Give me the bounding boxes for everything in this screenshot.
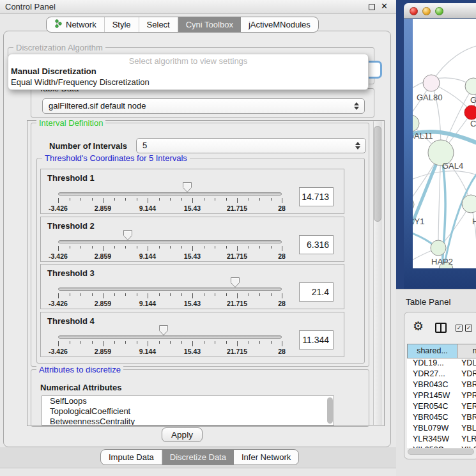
checkbox-icon[interactable]: ✓	[465, 325, 472, 332]
tab-label: Network	[66, 20, 96, 29]
network-node[interactable]	[413, 115, 419, 132]
numerical-attributes-list[interactable]: SelfLoopsTopologicalCoefficientBetweenne…	[42, 395, 334, 426]
table-cell-shared-name: YPR145W	[407, 391, 457, 402]
table-row[interactable]: YBR043CYBR0	[407, 380, 476, 391]
checkbox-icon[interactable]: ✓	[456, 325, 463, 332]
slider-thumb[interactable]	[123, 229, 133, 241]
horizontal-scrollbar-thumb[interactable]	[408, 449, 474, 455]
network-node[interactable]	[464, 105, 476, 119]
tab-infer-network[interactable]: Infer Network	[234, 450, 298, 464]
tick-label: 28	[278, 204, 286, 212]
attribute-list-item[interactable]: SelfLoops	[42, 396, 334, 406]
table-row[interactable]: YLR345WYLR3	[407, 434, 476, 445]
threshold-panel: Threshold 2-3.4262.8599.14415.4321.71528…	[40, 217, 344, 262]
tick-mark	[58, 246, 59, 251]
tab-cyni-toolbox[interactable]: Cyni Toolbox	[178, 17, 241, 32]
threshold-slider[interactable]: -3.4262.8599.14415.4321.71528	[58, 265, 282, 310]
tick-mark	[249, 341, 249, 344]
gear-icon[interactable]: ⚙	[413, 320, 424, 333]
network-canvas[interactable]: GAL80GCGAL11GAL4GCY1HHAP2	[413, 19, 476, 268]
tab-select[interactable]: Select	[139, 17, 178, 32]
table-row[interactable]: YBR045CYBR0	[407, 413, 476, 424]
list-scrollbar-thumb[interactable]	[327, 397, 333, 424]
minimize-traffic-light-icon[interactable]	[422, 7, 431, 15]
threshold-value-field[interactable]: 6.316	[299, 235, 334, 254]
network-node[interactable]	[413, 197, 414, 211]
apply-button[interactable]: Apply	[162, 427, 203, 442]
slider-track[interactable]	[58, 192, 282, 196]
table-row[interactable]: YER054CYER0	[407, 402, 476, 413]
tick-mark	[70, 341, 70, 344]
tick-mark	[92, 341, 93, 344]
tick-mark	[271, 246, 272, 249]
table-columns-icon[interactable]	[435, 323, 447, 333]
slider-track[interactable]	[58, 335, 282, 339]
tick-mark	[114, 198, 115, 201]
attribute-list-item[interactable]: TopologicalCoefficient	[42, 406, 334, 417]
network-node[interactable]	[431, 240, 446, 256]
table-panel-card: ⚙ ✓ ✓ shared... na YDL19...YDL1YDR27...Y…	[404, 312, 476, 459]
threshold-value-field[interactable]: 21.4	[299, 282, 334, 302]
network-node[interactable]	[465, 78, 476, 95]
threshold-slider[interactable]: -3.4262.8599.14415.4321.71528	[58, 169, 282, 215]
tab-impute-data[interactable]: Impute Data	[101, 450, 162, 464]
slider-thumb[interactable]	[230, 277, 240, 288]
tab-network[interactable]: Network	[47, 17, 105, 32]
tab-style[interactable]: Style	[105, 17, 139, 32]
threshold-panel: Threshold 4-3.4262.8599.14415.4321.71528…	[40, 312, 344, 357]
spinner-arrows-icon[interactable]	[354, 102, 359, 110]
network-window: GAL80GCGAL11GAL4GCY1HHAP2	[404, 3, 476, 289]
number-of-intervals-combobox[interactable]: 5	[136, 138, 366, 153]
algorithm-option-equal-width[interactable]: Equal Width/Frequency Discretization	[10, 77, 366, 87]
tab-discretize-data[interactable]: Discretize Data	[162, 450, 234, 464]
top-tab-bar: NetworkStyleSelectCyni ToolboxjActiveMNo…	[46, 17, 319, 33]
table-data-combobox[interactable]: galFiltered.sif default node	[42, 98, 365, 114]
close-traffic-light-icon[interactable]	[410, 7, 418, 15]
attribute-list-item[interactable]: BetweennessCentrality	[42, 417, 334, 426]
threshold-value-field[interactable]: 11.344	[299, 330, 334, 349]
threshold-value-field[interactable]: 14.713	[299, 187, 334, 206]
network-node[interactable]	[423, 75, 440, 91]
table-row[interactable]: YBL079WYBL0	[407, 424, 476, 434]
tick-mark	[81, 341, 81, 344]
slider-track[interactable]	[58, 240, 282, 243]
tick-mark	[159, 341, 160, 344]
tick-label: 2.859	[95, 252, 111, 260]
table-row[interactable]: YDL19...YDL1	[407, 358, 476, 369]
tick-label: 28	[278, 348, 286, 355]
tab-jactivemnodules[interactable]: jActiveMNodules	[241, 17, 318, 32]
slider-thumb[interactable]	[182, 181, 192, 193]
slider-track[interactable]	[58, 288, 282, 291]
float-window-icon[interactable]	[369, 4, 375, 10]
spinner-arrows-icon[interactable]	[355, 142, 360, 150]
table-row[interactable]: YDR27...YDR2	[407, 369, 476, 380]
zoom-traffic-light-icon[interactable]	[435, 7, 443, 15]
close-icon[interactable]: ✕	[381, 1, 388, 11]
tick-mark	[192, 246, 193, 251]
tick-label: -3.426	[49, 300, 68, 307]
table-row[interactable]: YPR145WYPR1	[407, 391, 476, 402]
threshold-slider[interactable]: -3.4262.8599.14415.4321.71528	[58, 312, 282, 358]
control-panel-title: Control Panel	[5, 2, 56, 12]
tick-label: 15.43	[184, 252, 201, 260]
tick-mark	[58, 293, 59, 298]
slider-thumb[interactable]	[158, 325, 169, 336]
threshold-slider[interactable]: -3.4262.8599.14415.4321.71528	[58, 217, 282, 263]
tick-mark	[204, 246, 204, 249]
slider-tick-labels: -3.4262.8599.14415.4321.71528	[58, 348, 282, 355]
network-node-label: HAP2	[431, 257, 453, 266]
algorithm-option-manual[interactable]: Manual Discretization	[10, 66, 366, 76]
slider-tick-labels: -3.4262.8599.14415.4321.71528	[58, 204, 282, 212]
column-header-name[interactable]: na	[457, 344, 476, 358]
column-header-shared-name[interactable]: shared...	[407, 344, 457, 358]
tick-label: 9.144	[139, 252, 156, 260]
vertical-scrollbar-thumb[interactable]	[374, 126, 381, 222]
tick-mark	[215, 246, 215, 249]
tick-mark	[92, 198, 93, 201]
network-edge	[445, 169, 476, 263]
network-node-label: GAL11	[413, 131, 433, 141]
tick-mark	[192, 293, 193, 298]
table-row[interactable]: YIL052CYIL0	[407, 445, 476, 448]
tick-label: 15.43	[184, 300, 201, 307]
tick-label: 21.715	[227, 300, 247, 307]
